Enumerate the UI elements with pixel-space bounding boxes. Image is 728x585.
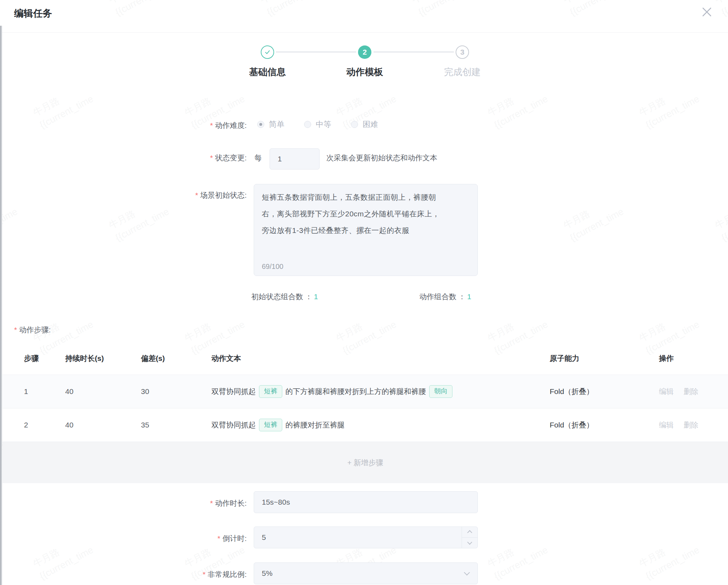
- col-header-step: 步骤: [24, 353, 39, 363]
- cell-action-text: 双臂协同抓起短裤的裤腰对折至裤腿: [211, 419, 345, 431]
- select-chevron-down-icon: [464, 569, 470, 575]
- col-header-action-text: 动作文本: [211, 353, 241, 363]
- required-star: *: [210, 121, 213, 129]
- difficulty-radio-group: 简单 中等 困难: [257, 119, 398, 130]
- required-star: *: [14, 326, 17, 334]
- cell-ops: 编辑删除: [659, 387, 708, 396]
- radio-easy-label: 简单: [269, 119, 284, 130]
- radio-hard-label: 困难: [363, 119, 378, 130]
- radio-medium-circle: [304, 121, 311, 128]
- state-change-suffix: 次采集会更新初始状态和动作文本: [326, 153, 437, 163]
- check-icon: [264, 49, 271, 56]
- spinner-down-button[interactable]: [462, 537, 477, 548]
- close-button[interactable]: [698, 3, 716, 21]
- cell-step: 2: [24, 421, 28, 429]
- col-header-ability: 原子能力: [550, 353, 579, 363]
- watermark-text: 牛月路{{current_time: [0, 192, 20, 245]
- radio-hard[interactable]: 困难: [351, 119, 378, 130]
- entity-tag: 短裤: [259, 385, 282, 398]
- edit-link[interactable]: 编辑: [659, 387, 674, 395]
- col-header-ops: 操作: [659, 353, 674, 363]
- action-text-fragment: 双臂协同抓起: [211, 420, 256, 430]
- step2-label: 动作模板: [319, 66, 411, 78]
- watermark-text: 牛月路{{current_time: [30, 530, 96, 583]
- action-combo-value: 1: [467, 292, 471, 301]
- difficulty-label: *动作难度:: [106, 121, 247, 130]
- step1-done-circle: [261, 45, 274, 59]
- step3-label: 完成创建: [417, 66, 508, 78]
- step2-active-circle: 2: [358, 45, 371, 59]
- required-star: *: [203, 570, 205, 578]
- required-star: *: [210, 499, 213, 507]
- cell-action-text: 双臂协同抓起短裤的下方裤腿和裤腰对折到上方的裤腿和裤腰朝向: [211, 385, 456, 398]
- delete-link[interactable]: 删除: [684, 421, 698, 429]
- spinner-up-button[interactable]: [462, 527, 477, 537]
- step-connector-1: [276, 51, 356, 53]
- required-star: *: [210, 154, 213, 162]
- radio-medium[interactable]: 中等: [304, 119, 331, 130]
- number-spinner: [462, 527, 477, 548]
- table-row: 24035双臂协同抓起短裤的裤腰对折至裤腿Fold（折叠）编辑删除: [2, 408, 728, 442]
- table-header-row: 步骤 持续时长(s) 偏差(s) 动作文本 原子能力 操作: [2, 344, 728, 375]
- cell-ability: Fold（折叠）: [550, 387, 594, 396]
- duration-value: 15s~80s: [254, 498, 290, 506]
- cell-deviation: 35: [141, 421, 149, 429]
- edit-task-dialog: 牛月路{{current_time牛月路{{current_time牛月路{{c…: [0, 0, 728, 585]
- action-text-fragment: 的下方裤腿和裤腰对折到上方的裤腿和裤腰: [285, 387, 426, 396]
- required-star: *: [195, 191, 198, 199]
- watermark-text: 牛月路{{current_time: [712, 192, 728, 245]
- radio-medium-label: 中等: [316, 119, 331, 130]
- watermark-text: 牛月路{{current_time: [636, 530, 702, 583]
- required-star: *: [217, 534, 220, 542]
- add-step-button[interactable]: + 新增步骤: [2, 442, 728, 483]
- state-change-value: 1: [270, 155, 282, 163]
- entity-tag: 短裤: [259, 419, 282, 431]
- watermark-text: 牛月路{{current_time: [561, 192, 626, 245]
- watermark-text: 牛月路{{current_time: [485, 530, 550, 583]
- action-combo-label: 动作组合数 ：: [419, 292, 466, 301]
- watermark-text: 牛月路{{current_time: [636, 79, 702, 132]
- col-header-duration: 持续时长(s): [65, 353, 104, 363]
- cell-duration: 40: [65, 387, 73, 396]
- step1-label: 基础信息: [222, 66, 313, 78]
- action-steps-label: *动作步骤:: [14, 325, 51, 335]
- radio-hard-circle: [351, 121, 358, 128]
- initial-combo-label: 初始状态组合数 ：: [251, 292, 313, 301]
- initial-combo-count: 初始状态组合数 ：1: [251, 292, 318, 302]
- action-text-fragment: 双臂协同抓起: [211, 387, 256, 396]
- action-text-fragment: 的裤腰对折至裤腿: [285, 420, 345, 430]
- radio-easy[interactable]: 简单: [257, 119, 284, 130]
- duration-label: *动作时长:: [106, 498, 247, 508]
- duration-input[interactable]: 15s~80s: [254, 491, 478, 513]
- initial-state-textarea[interactable]: 短裤五条数据背面朝上，五条数据正面朝上，裤腰朝 右，离头部视野下方至少20cm之…: [254, 184, 478, 276]
- step3-wait-circle: 3: [456, 45, 469, 59]
- radio-easy-circle: [257, 121, 264, 128]
- cell-step: 1: [24, 387, 28, 396]
- delete-link[interactable]: 删除: [684, 387, 698, 395]
- state-change-label: *状态变更:: [106, 153, 247, 163]
- close-icon: [701, 6, 713, 18]
- unusual-ratio-value: 5%: [254, 569, 272, 578]
- table-row: 14030双臂协同抓起短裤的下方裤腿和裤腰对折到上方的裤腿和裤腰朝向Fold（折…: [2, 375, 728, 408]
- chevron-up-icon: [467, 530, 472, 535]
- initial-state-text: 短裤五条数据背面朝上，五条数据正面朝上，裤腰朝 右，离头部视野下方至少20cm之…: [262, 189, 470, 239]
- dialog-header: 编辑任务: [0, 0, 728, 33]
- countdown-input[interactable]: 5: [254, 526, 478, 548]
- col-header-deviation: 偏差(s): [141, 353, 165, 363]
- cell-duration: 40: [65, 421, 73, 429]
- state-change-prefix: 每: [254, 153, 262, 163]
- page-behind-sliver: [0, 26, 2, 585]
- char-counter: 69/100: [262, 263, 283, 271]
- step-connector-2: [374, 51, 454, 53]
- edit-link[interactable]: 编辑: [659, 421, 674, 429]
- unusual-ratio-label: *非常规比例:: [106, 569, 247, 579]
- initial-state-label: *场景初始状态:: [106, 190, 247, 200]
- chevron-down-icon: [467, 540, 472, 545]
- state-change-input[interactable]: 1: [270, 148, 320, 170]
- dialog-title: 编辑任务: [14, 7, 52, 20]
- entity-tag: 朝向: [429, 385, 452, 398]
- unusual-ratio-select[interactable]: 5%: [254, 562, 478, 584]
- action-steps-table: 步骤 持续时长(s) 偏差(s) 动作文本 原子能力 操作 14030双臂协同抓…: [2, 344, 728, 483]
- initial-combo-value: 1: [314, 292, 318, 301]
- action-combo-count: 动作组合数 ：1: [419, 292, 471, 302]
